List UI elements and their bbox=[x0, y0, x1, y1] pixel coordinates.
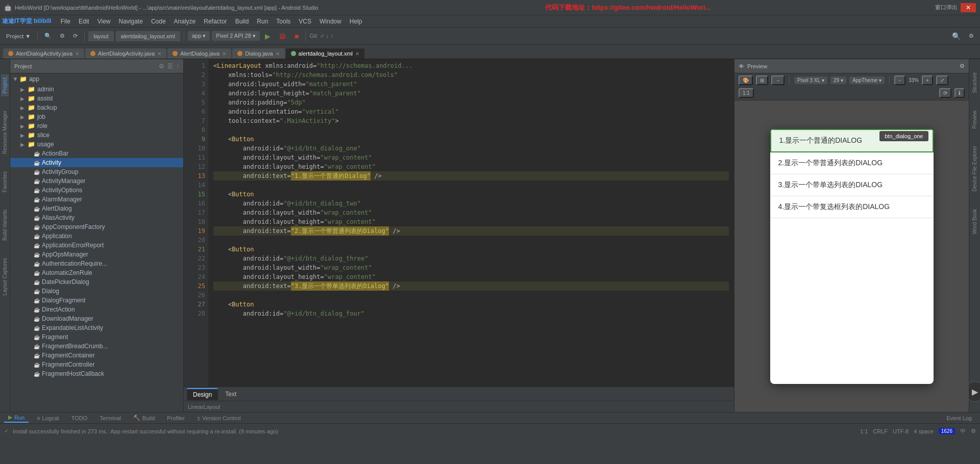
menu-edit[interactable]: Edit bbox=[75, 17, 93, 26]
close-button[interactable]: ✕ bbox=[961, 3, 976, 12]
preview-arrow-btn[interactable]: → bbox=[771, 75, 785, 85]
preview-device-dropdown[interactable]: Pixel 3 XL ▾ bbox=[794, 76, 827, 84]
toolbar-tab-alertdailog[interactable]: alertdailog_layout.xml bbox=[116, 31, 180, 41]
device-dropdown[interactable]: Pixel 2 API 28 ▾ bbox=[212, 31, 260, 41]
menu-build[interactable]: Build bbox=[231, 17, 253, 26]
sidebar-resource-label[interactable]: Resource Manager bbox=[1, 108, 9, 157]
tab-close-icon-5[interactable]: ✕ bbox=[355, 51, 359, 57]
preview-settings-icon[interactable]: ⚙ bbox=[960, 63, 965, 69]
preview-grid-btn[interactable]: ⊞ bbox=[756, 75, 768, 85]
tree-folder-job[interactable]: ▶📁job bbox=[10, 112, 183, 121]
menu-help[interactable]: Help bbox=[346, 17, 366, 26]
run-button[interactable]: ▶ bbox=[262, 31, 274, 42]
menu-refactor[interactable]: Refactor bbox=[200, 17, 231, 26]
sidebar-word-book-label[interactable]: Word Book bbox=[971, 206, 978, 237]
tree-file-fragmentcontroller[interactable]: ☕FragmentController bbox=[10, 360, 183, 369]
tab-design[interactable]: Design bbox=[187, 388, 218, 400]
project-dropdown[interactable]: Project ▼ bbox=[3, 32, 34, 41]
tree-file-fragment[interactable]: ☕Fragment bbox=[10, 332, 183, 342]
tree-file-activitymanager[interactable]: ☕ActivityManager bbox=[10, 176, 183, 186]
tab-alertdailog-xml[interactable]: alertdailog_layout.xml ✕ bbox=[286, 48, 364, 59]
tree-file-auth[interactable]: ☕AuthenticationRequire... bbox=[10, 259, 183, 268]
code-editor-content[interactable]: <LinearLayout xmlns:android="http://sche… bbox=[208, 59, 734, 386]
menu-tools[interactable]: Tools bbox=[272, 17, 295, 26]
tab-close-icon-2[interactable]: ✕ bbox=[157, 51, 161, 57]
bottom-tab-profiler[interactable]: Profiler bbox=[163, 414, 189, 422]
tree-file-alertdialog[interactable]: ☕AlertDialog bbox=[10, 204, 183, 213]
tab-alert-dialog-activity-2[interactable]: AlertDialogActivity.java ✕ bbox=[85, 48, 166, 59]
tree-file-expandable[interactable]: ☕ExpandableListActivity bbox=[10, 323, 183, 332]
settings-main[interactable]: ⚙ bbox=[966, 31, 977, 41]
tree-file-directaction[interactable]: ☕DirectAction bbox=[10, 305, 183, 314]
menu-file[interactable]: File bbox=[57, 17, 75, 26]
tab-dialog-java[interactable]: Dialog.java ✕ bbox=[232, 48, 284, 59]
preview-palette-btn[interactable]: 🎨 bbox=[739, 75, 753, 85]
tree-file-apperror[interactable]: ☕ApplicationErrorReport bbox=[10, 241, 183, 250]
zoom-in-btn[interactable]: + bbox=[922, 75, 933, 85]
collapse-icon[interactable]: ↑ bbox=[176, 63, 179, 70]
tree-file-application[interactable]: ☕Application bbox=[10, 231, 183, 241]
tree-file-dialog[interactable]: ☕Dialog bbox=[10, 287, 183, 296]
tab-text[interactable]: Text bbox=[219, 389, 242, 400]
tab-close-icon[interactable]: ✕ bbox=[75, 51, 79, 57]
tree-file-activity[interactable]: ☕Activity bbox=[10, 158, 183, 167]
tab-close-icon-3[interactable]: ✕ bbox=[222, 51, 226, 57]
preview-theme-dropdown[interactable]: AppTheme ▾ bbox=[849, 76, 885, 84]
project-root[interactable]: ▼ 📁 app bbox=[10, 73, 183, 84]
menu-analyze[interactable]: Analyze bbox=[170, 17, 200, 26]
preview-refresh-btn[interactable]: ⟳ bbox=[939, 88, 951, 98]
tree-file-downloadmgr[interactable]: ☕DownloadManager bbox=[10, 314, 183, 323]
bottom-tab-terminal[interactable]: Terminal bbox=[95, 414, 125, 422]
sidebar-project-label[interactable]: Project bbox=[1, 74, 9, 96]
tab-close-icon-4[interactable]: ✕ bbox=[276, 51, 280, 57]
preview-info-btn[interactable]: ℹ bbox=[954, 88, 965, 98]
tree-folder-admin[interactable]: ▶📁admin bbox=[10, 85, 183, 94]
debug-button[interactable]: 🐞 bbox=[276, 31, 289, 41]
menu-run[interactable]: Run bbox=[253, 17, 272, 26]
tree-folder-role[interactable]: ▶📁role bbox=[10, 121, 183, 131]
search-btn[interactable]: 🔍 bbox=[41, 31, 55, 41]
settings-btn[interactable]: ⚙ bbox=[57, 31, 68, 41]
bottom-tab-todo[interactable]: TODO bbox=[67, 414, 92, 422]
tree-file-alarmmanager[interactable]: ☕AlarmManager bbox=[10, 195, 183, 204]
tree-file-dialogfragment[interactable]: ☕DialogFragment bbox=[10, 296, 183, 305]
sidebar-structure-label[interactable]: Structure bbox=[971, 69, 978, 96]
search-everywhere[interactable]: 🔍 bbox=[949, 31, 964, 42]
tree-folder-slice[interactable]: ▶📁slice bbox=[10, 131, 183, 140]
tree-folder-usage[interactable]: ▶📁usage bbox=[10, 140, 183, 149]
zoom-100-btn[interactable]: 1:1 bbox=[739, 88, 754, 98]
tree-file-aliasactivity[interactable]: ☕AliasActivity bbox=[10, 213, 183, 222]
tree-file-appcomponent[interactable]: ☕AppComponentFactory bbox=[10, 222, 183, 231]
tree-file-fragmentcontainer[interactable]: ☕FragmentContainer bbox=[10, 351, 183, 360]
tree-file-appops[interactable]: ☕AppOpsManager bbox=[10, 250, 183, 259]
bottom-tab-vcs[interactable]: ± Version Control bbox=[193, 414, 244, 422]
gear-icon[interactable]: ⚙ bbox=[159, 63, 164, 70]
zoom-out-btn[interactable]: − bbox=[894, 75, 905, 85]
menu-window[interactable]: Window bbox=[315, 17, 346, 26]
tree-file-fragmentbread[interactable]: ☕FragmentBreadCrumb... bbox=[10, 342, 183, 351]
phone-btn-3[interactable]: 3.显示一个带单选列表的DIALOG bbox=[770, 174, 934, 196]
run-config-dropdown[interactable]: app ▾ bbox=[188, 31, 210, 41]
sidebar-favorites-label[interactable]: Favorites bbox=[1, 168, 9, 195]
stop-button[interactable]: ■ bbox=[291, 31, 302, 42]
sidebar-preview-label[interactable]: Preview bbox=[971, 108, 978, 132]
bottom-tab-build[interactable]: 🔨 Build bbox=[129, 414, 159, 422]
phone-btn-2[interactable]: 2.显示一个带普通列表的DIALOG bbox=[770, 152, 934, 174]
tree-folder-assist[interactable]: ▶📁assist bbox=[10, 94, 183, 103]
toolbar-tab-layout[interactable]: layout bbox=[88, 31, 113, 41]
tree-folder-backup[interactable]: ▶📁backup bbox=[10, 103, 183, 112]
tree-file-fragmenthost[interactable]: ☕FragmentHostCallback bbox=[10, 369, 183, 378]
sidebar-device-explorer-label[interactable]: Device File Explorer bbox=[971, 143, 978, 194]
sidebar-captures-label[interactable]: Layout Captures bbox=[1, 255, 9, 298]
zoom-fit-btn[interactable]: ⤢ bbox=[936, 75, 948, 85]
status-settings[interactable]: ⚙ bbox=[971, 428, 976, 434]
phone-btn-4[interactable]: 4.显示一个带复选框列表的DIALOG bbox=[770, 196, 934, 218]
menu-navigate[interactable]: Navigate bbox=[115, 17, 147, 26]
tree-file-activitygroup[interactable]: ☕ActivityGroup bbox=[10, 167, 183, 176]
tree-file-actionbar[interactable]: ☕ActionBar bbox=[10, 149, 183, 158]
tree-file-activityoptions[interactable]: ☕ActivityOptions bbox=[10, 186, 183, 195]
sidebar-build-variants-label[interactable]: Build Variants bbox=[1, 207, 9, 244]
preview-api-dropdown[interactable]: 29 ▾ bbox=[830, 76, 846, 84]
menu-vcs[interactable]: VCS bbox=[295, 17, 315, 26]
bottom-tab-run[interactable]: ▶ Run bbox=[4, 413, 29, 423]
